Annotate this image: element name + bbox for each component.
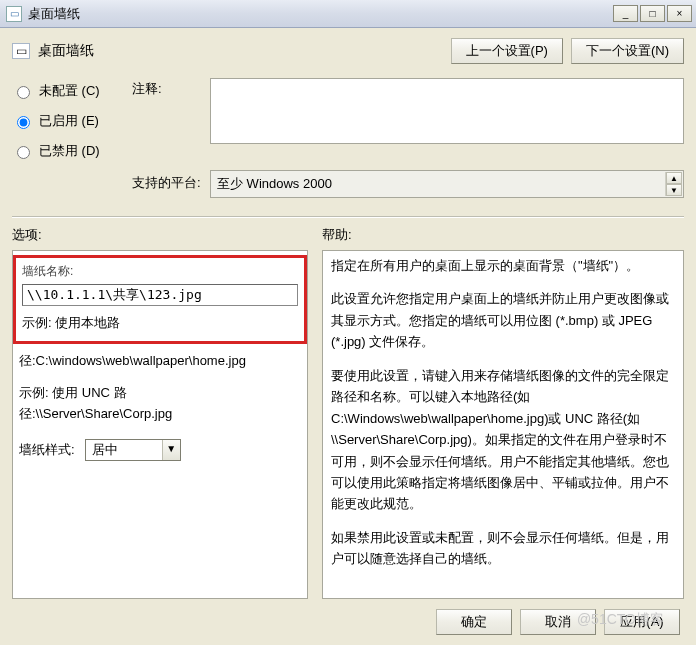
comment-label: 注释: bbox=[132, 78, 210, 98]
page-icon: ▭ bbox=[12, 43, 30, 59]
page-title: 桌面墙纸 bbox=[38, 42, 94, 60]
minimize-button[interactable]: _ bbox=[613, 5, 638, 22]
radio-label: 已启用 (E) bbox=[39, 112, 99, 130]
radio-enabled[interactable]: 已启用 (E) bbox=[12, 112, 132, 130]
wallpaper-name-label: 墙纸名称: bbox=[22, 262, 298, 282]
radio-not-configured[interactable]: 未配置 (C) bbox=[12, 82, 132, 100]
maximize-button[interactable]: □ bbox=[640, 5, 665, 22]
example-local-path: 径:C:\windows\web\wallpaper\home.jpg bbox=[19, 350, 301, 371]
help-paragraph: 要使用此设置，请键入用来存储墙纸图像的文件的完全限定路径和名称。可以键入本地路径… bbox=[331, 365, 675, 515]
scroll-down-icon[interactable]: ▼ bbox=[666, 184, 682, 196]
supported-platform-value: 至少 Windows 2000 bbox=[217, 175, 332, 193]
dropdown-value: 居中 bbox=[86, 439, 162, 460]
help-paragraph: 指定在所有用户的桌面上显示的桌面背景（"墙纸"）。 bbox=[331, 255, 675, 276]
help-paragraph: 此设置允许您指定用户桌面上的墙纸并防止用户更改图像或其显示方式。您指定的墙纸可以… bbox=[331, 288, 675, 352]
help-heading: 帮助: bbox=[322, 226, 352, 244]
platform-scrollbar[interactable]: ▲ ▼ bbox=[665, 172, 682, 196]
example-unc-path: 径:\\Server\Share\Corp.jpg bbox=[19, 403, 301, 424]
options-panel: 墙纸名称: 示例: 使用本地路 径:C:\windows\web\wallpap… bbox=[12, 250, 308, 599]
state-radio-group: 未配置 (C) 已启用 (E) 已禁用 (D) bbox=[12, 78, 132, 160]
close-button[interactable]: × bbox=[667, 5, 692, 22]
window-titlebar: ▭ 桌面墙纸 _ □ × bbox=[0, 0, 696, 28]
comment-textarea[interactable] bbox=[210, 78, 684, 144]
radio-label: 已禁用 (D) bbox=[39, 142, 100, 160]
chevron-down-icon: ▼ bbox=[162, 440, 180, 460]
options-heading: 选项: bbox=[12, 226, 322, 244]
radio-label: 未配置 (C) bbox=[39, 82, 100, 100]
wallpaper-path-input[interactable] bbox=[22, 284, 298, 306]
next-setting-button[interactable]: 下一个设置(N) bbox=[571, 38, 684, 64]
scroll-up-icon[interactable]: ▲ bbox=[666, 172, 682, 184]
wallpaper-style-dropdown[interactable]: 居中 ▼ bbox=[85, 439, 181, 461]
highlight-box: 墙纸名称: 示例: 使用本地路 bbox=[13, 255, 307, 344]
ok-button[interactable]: 确定 bbox=[436, 609, 512, 635]
wallpaper-style-label: 墙纸样式: bbox=[19, 439, 75, 460]
section-divider bbox=[12, 216, 684, 218]
window-title: 桌面墙纸 bbox=[28, 5, 611, 23]
help-panel[interactable]: 指定在所有用户的桌面上显示的桌面背景（"墙纸"）。 此设置允许您指定用户桌面上的… bbox=[322, 250, 684, 599]
platform-label: 支持的平台: bbox=[132, 160, 210, 192]
help-paragraph: 如果禁用此设置或未配置，则不会显示任何墙纸。但是，用户可以随意选择自己的墙纸。 bbox=[331, 527, 675, 570]
app-icon: ▭ bbox=[6, 6, 22, 22]
prev-setting-button[interactable]: 上一个设置(P) bbox=[451, 38, 563, 64]
example-unc-label: 示例: 使用 UNC 路 bbox=[19, 382, 301, 403]
apply-button[interactable]: 应用(A) bbox=[604, 609, 680, 635]
cancel-button[interactable]: 取消 bbox=[520, 609, 596, 635]
example-local-label: 示例: 使用本地路 bbox=[22, 312, 298, 333]
supported-platform-box: 至少 Windows 2000 ▲ ▼ bbox=[210, 170, 684, 198]
radio-disabled[interactable]: 已禁用 (D) bbox=[12, 142, 132, 160]
